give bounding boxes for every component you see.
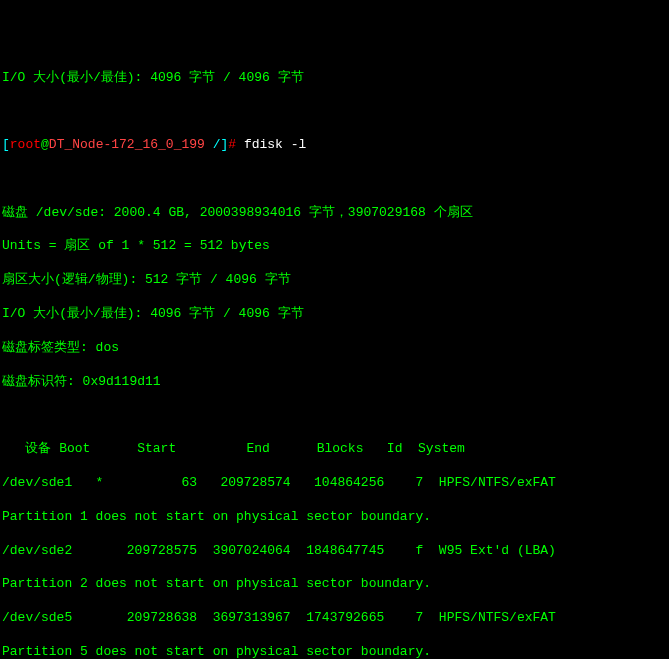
output-line: Units = 扇区 of 1 * 512 = 512 bytes [2,238,667,255]
partition-warning: Partition 2 does not start on physical s… [2,576,667,593]
partition-row: /dev/sde1 * 63 209728574 104864256 7 HPF… [2,475,667,492]
output-line: I/O 大小(最小/最佳): 4096 字节 / 4096 字节 [2,306,667,323]
output-line: 磁盘标识符: 0x9d119d11 [2,374,667,391]
prompt-at: @ [41,137,49,152]
prompt-hash: # [228,137,244,152]
output-line: 磁盘标签类型: dos [2,340,667,357]
prompt-line[interactable]: [root@DT_Node-172_16_0_199 /]# fdisk -l [2,137,667,154]
prompt-host: DT_Node-172_16_0_199 [49,137,205,152]
blank-line [2,171,667,188]
partition-warning: Partition 5 does not start on physical s… [2,644,667,659]
blank-line [2,407,667,424]
command-text: fdisk -l [244,137,306,152]
output-line: 扇区大小(逻辑/物理): 512 字节 / 4096 字节 [2,272,667,289]
partition-row: /dev/sde2 209728575 3907024064 184864774… [2,543,667,560]
disk-header-sde: 磁盘 /dev/sde: 2000.4 GB, 2000398934016 字节… [2,205,667,222]
prompt-user: root [10,137,41,152]
output-line: I/O 大小(最小/最佳): 4096 字节 / 4096 字节 [2,70,667,87]
bracket-open: [ [2,137,10,152]
partition-header: 设备 Boot Start End Blocks Id System [2,441,667,458]
prompt-path: / [205,137,221,152]
partition-warning: Partition 1 does not start on physical s… [2,509,667,526]
partition-row: /dev/sde5 209728638 3697313967 174379266… [2,610,667,627]
blank-line [2,103,667,120]
